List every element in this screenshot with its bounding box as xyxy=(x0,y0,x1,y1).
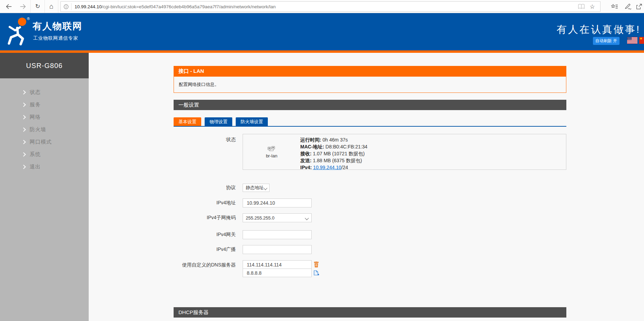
rx-key: 接收: xyxy=(300,151,312,156)
main-content: 接口 - LAN 配置网络接口信息。 一般设置 基本设置 物理设置 防火墙设置 … xyxy=(89,53,644,321)
toolbar-divider xyxy=(58,0,58,13)
home-icon: ⌂ xyxy=(49,2,53,10)
sidebar-item-status[interactable]: 状态 xyxy=(0,86,89,98)
english-language-flag[interactable] xyxy=(627,37,637,44)
sidebar-item-label: 系统 xyxy=(30,151,41,158)
sidebar-item-services[interactable]: 服务 xyxy=(0,98,89,111)
dns-add-button[interactable] xyxy=(314,270,319,276)
custom-dns-label: 使用自定义的DNS服务器 xyxy=(174,260,236,268)
sidebar-item-port-mode[interactable]: 网口模式 xyxy=(0,136,89,148)
site-info-icon[interactable] xyxy=(64,4,69,9)
pen-icon xyxy=(624,3,632,10)
section-dhcp-server: DHCP服务器 xyxy=(174,307,566,318)
rx-value: 1.07 MB (10721 数据包) xyxy=(313,151,365,156)
sidebar-item-label: 退出 xyxy=(30,164,41,170)
trash-icon xyxy=(314,262,319,268)
back-arrow-icon xyxy=(5,3,13,10)
chinese-language-flag[interactable]: ★ xyxy=(639,37,644,44)
ipv4-gateway-input[interactable] xyxy=(243,230,312,239)
tab-firewall-settings[interactable]: 防火墙设置 xyxy=(236,117,268,126)
dns-server-input-2[interactable] xyxy=(243,269,312,277)
ipv4-broadcast-label: IPv4广播 xyxy=(174,246,236,253)
rx-line: 接收: 1.07 MB (10721 数据包) xyxy=(300,150,368,157)
sidebar: USR-G806 状态 服务 网络 防火墙 网口模式 系统 退出 xyxy=(0,53,89,321)
brand-tagline: 工业物联网通信专家 xyxy=(33,35,78,41)
chevron-right-icon xyxy=(21,115,26,119)
site-header: ® 有人物联网 工业物联网通信专家 有人在认真做事! 自动刷新 开 ★ xyxy=(0,13,644,50)
forward-button[interactable] xyxy=(17,0,29,13)
address-divider xyxy=(71,3,71,10)
tab-physical-settings[interactable]: 物理设置 xyxy=(205,117,232,126)
tab-bar: 基本设置 物理设置 防火墙设置 xyxy=(174,117,566,127)
add-favorite-button[interactable]: ☆ xyxy=(587,3,597,10)
section-general-settings: 一般设置 xyxy=(174,100,566,110)
sidebar-item-firewall[interactable]: 防火墙 xyxy=(0,123,89,136)
bridge-interface-icon xyxy=(267,145,276,152)
url-path: /cgi-bin/luci/;stok=e5def047a4976cdeb4b9… xyxy=(102,4,276,9)
chevron-down-icon xyxy=(263,186,267,190)
interface-status-box: br-lan 运行时间: 0h 46m 37s MAC-地址: D8:B0:4C… xyxy=(243,134,566,170)
netmask-selected-value: 255.255.255.0 xyxy=(246,215,274,221)
forward-arrow-icon xyxy=(19,3,27,10)
sidebar-item-label: 状态 xyxy=(30,89,41,96)
add-entry-icon xyxy=(314,270,319,276)
auto-refresh-toggle[interactable]: 自动刷新 开 xyxy=(593,37,619,45)
chevron-right-icon xyxy=(21,90,26,95)
page-description: 配置网络接口信息。 xyxy=(174,76,566,93)
device-model: USR-G806 xyxy=(0,53,89,78)
web-note-button[interactable] xyxy=(622,0,634,13)
mac-key: MAC-地址: xyxy=(300,144,324,149)
sidebar-item-system[interactable]: 系统 xyxy=(0,148,89,160)
protocol-select[interactable]: 静态地址 xyxy=(243,184,270,192)
refresh-icon: ↻ xyxy=(35,3,40,10)
dns-delete-button[interactable] xyxy=(314,262,319,268)
tab-basic-settings[interactable]: 基本设置 xyxy=(174,117,201,126)
brand-name: 有人物联网 xyxy=(32,20,82,32)
sidebar-item-logout[interactable]: 退出 xyxy=(0,160,89,173)
protocol-selected-value: 静态地址 xyxy=(246,185,264,191)
chevron-right-icon xyxy=(21,127,26,132)
favorites-list-icon xyxy=(611,3,618,10)
tx-line: 发送: 1.88 MB (6375 数据包) xyxy=(300,157,368,164)
home-button[interactable]: ⌂ xyxy=(45,0,58,13)
tx-key: 发送: xyxy=(300,158,312,163)
chevron-right-icon xyxy=(21,103,26,107)
reading-view-book-icon xyxy=(578,4,585,9)
status-label: 状态 xyxy=(174,134,236,170)
tx-value: 1.88 MB (6375 数据包) xyxy=(313,158,362,163)
cn-flag-star: ★ xyxy=(640,37,643,40)
dns-server-input-1[interactable] xyxy=(243,260,312,269)
chevron-right-icon xyxy=(21,152,26,157)
sidebar-item-label: 网络 xyxy=(30,114,41,120)
ipv4-netmask-select[interactable]: 255.255.255.0 xyxy=(243,213,312,222)
usr-logo: ® xyxy=(5,17,32,46)
share-icon xyxy=(635,3,642,10)
ipv4-address-label: IPv4地址 xyxy=(174,200,236,206)
chevron-right-icon xyxy=(21,140,26,144)
interface-status-info: 运行时间: 0h 46m 37s MAC-地址: D8:B0:4C:FB:21:… xyxy=(300,134,368,169)
ipv4-address-input[interactable] xyxy=(243,198,312,207)
address-bar[interactable]: 10.99.244.10/cgi-bin/luci/;stok=e5def047… xyxy=(60,1,601,12)
ipv4-broadcast-input[interactable] xyxy=(243,245,312,254)
uptime-key: 运行时间: xyxy=(300,137,321,143)
uptime-value: 0h 46m 37s xyxy=(323,137,348,143)
favorites-hub-button[interactable] xyxy=(608,0,621,13)
back-button[interactable] xyxy=(3,0,15,13)
protocol-label: 协议 xyxy=(174,185,236,191)
sidebar-item-label: 网口模式 xyxy=(30,139,52,145)
star-icon: ☆ xyxy=(589,3,595,10)
sidebar-item-network[interactable]: 网络 xyxy=(0,111,89,123)
refresh-button[interactable]: ↻ xyxy=(31,0,45,13)
ipv4-line: IPv4: 10.99.244.10/24 xyxy=(300,164,368,171)
ipv4-gateway-label: IPv4网关 xyxy=(174,232,236,238)
ipv4-netmask-label: IPv4子网掩码 xyxy=(174,215,236,221)
ipv4-address-link[interactable]: 10.99.244.10 xyxy=(313,165,341,170)
url-text: 10.99.244.10/cgi-bin/luci/;stok=e5def047… xyxy=(75,4,276,9)
mac-line: MAC-地址: D8:B0:4C:FB:21:34 xyxy=(300,143,368,150)
uptime-line: 运行时间: 0h 46m 37s xyxy=(300,136,368,143)
url-domain: 10.99.244.10 xyxy=(75,4,102,9)
share-button[interactable] xyxy=(634,0,644,13)
interface-name: br-lan xyxy=(266,153,277,158)
page-title: 接口 - LAN xyxy=(174,66,566,76)
reading-view-button[interactable] xyxy=(575,4,587,9)
